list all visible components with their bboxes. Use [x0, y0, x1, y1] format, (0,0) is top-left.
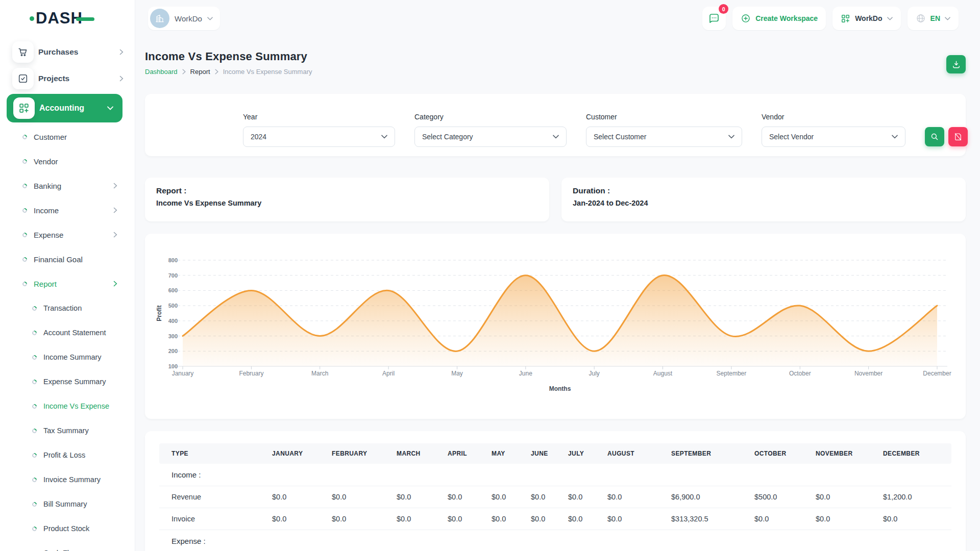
sidebar-item-product-stock[interactable]: Product Stock [0, 516, 135, 541]
sidebar-item-label: Expense [34, 231, 63, 239]
row-type-cell: Invoice [159, 508, 267, 530]
sidebar-item-banking[interactable]: Banking [0, 173, 135, 198]
customer-select[interactable]: Select Customer [586, 127, 742, 147]
year-select[interactable]: 2024 [243, 127, 395, 147]
sidebar-item-label: Invoice Summary [43, 475, 101, 484]
chevron-down-icon [887, 17, 893, 20]
year-field: Year 2024 [243, 113, 395, 147]
customer-label: Customer [586, 113, 742, 121]
row-value-cell: $0.0 [563, 486, 602, 508]
bullet-icon [21, 207, 28, 214]
apply-filter-button[interactable] [925, 127, 944, 146]
svg-text:200: 200 [168, 348, 178, 354]
table-section-label: Expense : [159, 530, 951, 551]
bullet-icon [21, 232, 28, 238]
chevron-right-icon [113, 207, 117, 213]
year-label: Year [243, 113, 395, 121]
chevron-right-icon [119, 49, 124, 55]
messages-button[interactable]: 0 [702, 7, 726, 30]
sidebar-item-label: Tax Summary [43, 427, 89, 435]
language-label: EN [930, 14, 940, 22]
breadcrumb-report[interactable]: Report [190, 68, 210, 76]
sidebar-item-label: Product Stock [43, 524, 89, 533]
row-value-cell: $0.0 [811, 508, 878, 530]
sidebar-item-account-statement[interactable]: Account Statement [0, 320, 135, 345]
sidebar-item-cash-flow[interactable]: Cash Flow [0, 541, 135, 551]
profit-area-chart[interactable]: 100200300400500600700800JanuaryFebruaryM… [153, 242, 958, 410]
table-header-cell: NOVEMBER [811, 443, 878, 464]
table-header-cell: MAY [486, 443, 526, 464]
sidebar-item-projects[interactable]: Projects [0, 65, 135, 92]
workdo-menu-label: WorkDo [855, 14, 882, 22]
language-selector[interactable]: EN [908, 7, 959, 30]
report-card-title: Report : [156, 186, 538, 195]
sidebar-item-financial-goal[interactable]: Financial Goal [0, 247, 135, 271]
sidebar-item-label: Expense Summary [43, 378, 106, 386]
sidebar-item-label: Profit & Loss [43, 451, 85, 459]
vendor-select[interactable]: Select Vendor [762, 127, 905, 147]
table-section-label: Income : [159, 464, 951, 486]
sidebar-item-tax-summary[interactable]: Tax Summary [0, 418, 135, 443]
table-header-cell: FEBRUARY [327, 443, 391, 464]
bullet-icon [31, 452, 38, 459]
sidebar-item-purchases[interactable]: Purchases [0, 39, 135, 65]
sidebar-item-income-summary[interactable]: Income Summary [0, 345, 135, 369]
sidebar: DASH Purchases Projects Accounting Custo… [0, 0, 135, 551]
bullet-icon [21, 183, 28, 189]
download-button[interactable] [946, 55, 966, 73]
row-value-cell: $0.0 [443, 508, 486, 530]
sidebar-item-customer[interactable]: Customer [0, 124, 135, 149]
create-workspace-button[interactable]: Create Workspace [732, 7, 826, 30]
sidebar-item-label: Transaction [43, 304, 82, 312]
row-value-cell: $0.0 [391, 486, 443, 508]
brand-logo[interactable]: DASH [0, 0, 135, 37]
svg-text:800: 800 [168, 257, 178, 263]
sidebar-item-expense[interactable]: Expense [0, 222, 135, 247]
sidebar-item-income[interactable]: Income [0, 198, 135, 222]
row-value-cell: $0.0 [486, 508, 526, 530]
svg-text:Months: Months [549, 385, 571, 392]
svg-text:August: August [653, 370, 673, 377]
row-value-cell: $0.0 [602, 486, 666, 508]
check-square-icon [12, 68, 34, 89]
chevron-right-icon [215, 69, 218, 74]
reset-filter-button[interactable] [948, 127, 968, 146]
sidebar-item-invoice-summary[interactable]: Invoice Summary [0, 467, 135, 492]
sidebar-item-income-vs-expense[interactable]: Income Vs Expense [0, 394, 135, 418]
vendor-field: Vendor Select Vendor [762, 113, 905, 147]
sidebar-item-expense-summary[interactable]: Expense Summary [0, 369, 135, 394]
file-off-icon [953, 132, 963, 141]
row-type-cell: Revenue [159, 486, 267, 508]
sidebar-item-label: Projects [38, 74, 69, 83]
sidebar-item-accounting[interactable]: Accounting [7, 94, 122, 122]
sidebar-item-label: Account Statement [43, 329, 106, 337]
table-header-cell: OCTOBER [749, 443, 811, 464]
year-value: 2024 [251, 133, 266, 141]
row-value-cell: $0.0 [749, 508, 811, 530]
breadcrumb-dashboard[interactable]: Dashboard [145, 68, 178, 76]
bullet-icon [31, 501, 38, 508]
row-value-cell: $0.0 [878, 508, 951, 530]
sidebar-item-vendor[interactable]: Vendor [0, 149, 135, 173]
svg-text:May: May [451, 370, 463, 377]
sidebar-item-label: Report [34, 280, 57, 288]
svg-text:300: 300 [168, 333, 178, 339]
topbar: WorkDo 0 Create Workspace [135, 0, 980, 37]
sidebar-item-transaction[interactable]: Transaction [0, 296, 135, 320]
sidebar-item-bill-summary[interactable]: Bill Summary [0, 492, 135, 516]
logo-bar [76, 17, 94, 21]
table-header-cell: SEPTEMBER [666, 443, 749, 464]
sidebar-item-profit-loss[interactable]: Profit & Loss [0, 443, 135, 467]
row-value-cell: $0.0 [327, 508, 391, 530]
report-card-value: Income Vs Expense Summary [156, 199, 538, 207]
workspace-selector[interactable]: WorkDo [148, 7, 220, 30]
category-select[interactable]: Select Category [414, 127, 567, 147]
sidebar-item-report[interactable]: Report [0, 271, 135, 296]
sidebar-item-label: Bill Summary [43, 500, 87, 508]
bullet-icon [21, 134, 28, 140]
breadcrumb: Dashboard Report Income Vs Expense Summa… [145, 68, 312, 76]
workdo-menu-button[interactable]: WorkDo [832, 7, 900, 30]
grid-plus-icon [13, 97, 35, 119]
check-square-icon [17, 73, 29, 84]
chevron-right-icon [182, 69, 186, 74]
